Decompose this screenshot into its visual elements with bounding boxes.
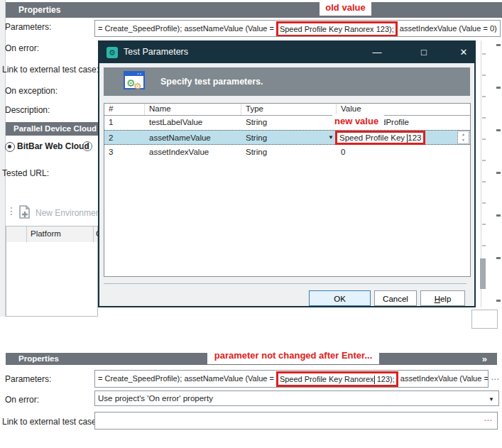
cancel-button[interactable]: Cancel bbox=[374, 290, 417, 306]
scrollbar-thumb[interactable] bbox=[480, 258, 486, 289]
column-header-type[interactable]: Type bbox=[241, 104, 337, 115]
new-environment-label[interactable]: New Environment bbox=[36, 208, 98, 218]
bottom-parameters-label: Parameters: bbox=[5, 374, 51, 384]
environments-toolbar: ⋮ New Environment bbox=[6, 202, 98, 224]
ok-button[interactable]: OK bbox=[309, 290, 371, 306]
top-properties-header: Properties bbox=[6, 2, 502, 18]
not-changed-highlight-box: Speed Profile Key Ranorex 123); bbox=[276, 371, 398, 387]
bottom-link-label: Link to external test case: bbox=[2, 417, 99, 427]
type-dropdown-arrow[interactable]: ▼ bbox=[328, 134, 334, 141]
minimize-button[interactable]: — bbox=[369, 45, 385, 60]
help-button[interactable]: Help bbox=[420, 290, 465, 306]
parameters-field[interactable]: = Create_SpeedProfile); assetNameValue (… bbox=[94, 20, 501, 37]
on-exception-label: On exception: bbox=[5, 86, 58, 96]
spinner-down-icon[interactable]: ▼ bbox=[458, 137, 469, 143]
bottom-on-error-label: On error: bbox=[5, 395, 39, 405]
table-row[interactable]: 1 testLabelValue String bbox=[104, 115, 470, 130]
parameters-value-prefix: = Create_SpeedProfile); assetNameValue (… bbox=[98, 24, 276, 33]
description-label: Description: bbox=[5, 105, 50, 115]
test-parameters-dialog: ⚙ Test Parameters — □ ✕ ⚙ ⚙ Specify test… bbox=[98, 40, 476, 307]
collapse-chevron-icon[interactable]: » bbox=[482, 353, 487, 365]
parameters-ellipsis-button[interactable]: ⋯ bbox=[491, 374, 500, 384]
on-error-dropdown[interactable]: Use project's 'On error' property ▼ bbox=[94, 390, 499, 406]
dialog-titlebar[interactable]: ⚙ Test Parameters — □ ✕ bbox=[99, 42, 474, 63]
maximize-button[interactable]: □ bbox=[416, 45, 432, 60]
dialog-banner: ⚙ ⚙ Specify test parameters. bbox=[104, 67, 470, 96]
tested-url-label: Tested URL: bbox=[2, 168, 49, 178]
link-external-label: Link to external test case: bbox=[2, 65, 99, 75]
top-properties-title: Properties bbox=[18, 2, 60, 18]
not-changed-annotation: parameter not changed after Enter... bbox=[207, 347, 379, 364]
value-spinner[interactable]: ▲ ▼ bbox=[457, 131, 469, 144]
spinner-up-icon[interactable]: ▲ bbox=[458, 131, 469, 137]
platform-table-header: Platform C bbox=[6, 226, 98, 243]
platform-table-body bbox=[6, 242, 98, 317]
specify-parameters-icon: ⚙ ⚙ bbox=[124, 71, 146, 92]
new-value-annotation: new value bbox=[332, 114, 384, 129]
column-header-num[interactable]: # bbox=[104, 104, 145, 115]
table-header-row: # Name Type Value bbox=[104, 104, 470, 116]
corner-box bbox=[471, 310, 498, 329]
link-ellipsis-button[interactable]: ⋯ bbox=[484, 415, 493, 425]
banner-text: Specify test parameters. bbox=[160, 77, 263, 87]
parameters-value-suffix: assetIndexValue (Value = 0) bbox=[398, 24, 497, 33]
dialog-title: Test Parameters bbox=[124, 47, 188, 57]
on-error-label: On error: bbox=[5, 43, 39, 53]
column-header-value[interactable]: Value bbox=[337, 104, 470, 115]
info-icon[interactable]: i bbox=[82, 141, 92, 151]
parallel-device-cloud-header: Parallel Device Cloud bbox=[6, 122, 98, 136]
radio-dot bbox=[8, 145, 11, 148]
dialog-gear-icon: ⚙ bbox=[107, 47, 118, 58]
panel-edge-dashes bbox=[496, 44, 501, 307]
bitbar-radio-label: BitBar Web Cloud bbox=[17, 141, 89, 151]
toolbar-grip-icon[interactable]: ⋮ bbox=[6, 205, 16, 217]
bottom-parameters-field[interactable]: = Create_SpeedProfile); assetNameValue (… bbox=[94, 370, 489, 388]
svg-text:⚙: ⚙ bbox=[133, 81, 142, 92]
bottom-properties-title: Properties bbox=[18, 353, 59, 365]
close-button[interactable]: ✕ bbox=[456, 45, 471, 60]
row1-value-visible: dProfile bbox=[381, 115, 409, 130]
new-environment-icon bbox=[17, 204, 33, 222]
parameters-table: # Name Type Value 1 testLabelValue Strin… bbox=[104, 103, 471, 277]
column-header-name[interactable]: Name bbox=[145, 104, 241, 115]
screenshot-root: Properties Parameters: = Create_SpeedPro… bbox=[0, 0, 502, 448]
table-row[interactable]: 3 assetIndexValue String 0 bbox=[104, 145, 470, 160]
value-editor[interactable]: Speed Profile Key 123 bbox=[335, 131, 425, 145]
button-separator bbox=[104, 283, 466, 284]
platform-column-separator bbox=[93, 226, 94, 242]
old-value-annotation: old value bbox=[320, 0, 371, 16]
link-external-field[interactable]: ⋯ bbox=[94, 412, 498, 430]
old-value-highlight-box: Speed Profile Key Ranorex 123); bbox=[276, 21, 398, 37]
platform-column-header[interactable]: Platform bbox=[31, 229, 61, 238]
row-selector-column bbox=[6, 226, 27, 242]
parameters-label: Parameters: bbox=[5, 22, 51, 32]
bitbar-radio[interactable] bbox=[5, 142, 15, 152]
on-error-dropdown-arrow[interactable]: ▼ bbox=[489, 396, 494, 403]
